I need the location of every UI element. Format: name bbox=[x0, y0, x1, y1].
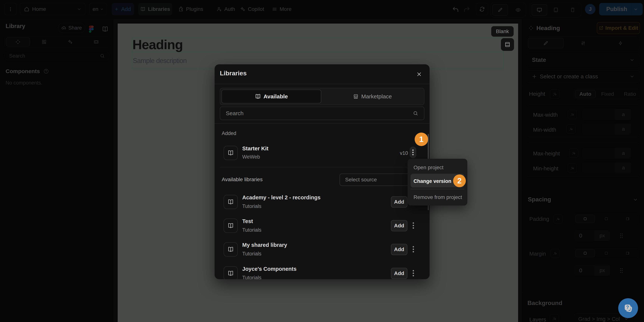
svg-text:?: ? bbox=[626, 304, 629, 310]
